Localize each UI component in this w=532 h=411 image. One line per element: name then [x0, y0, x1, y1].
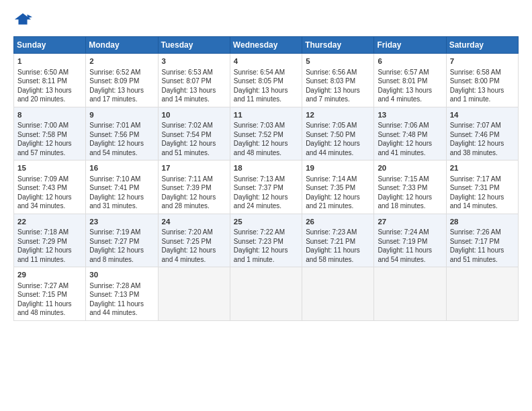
day-info-line: Sunset: 7:54 PM	[162, 130, 226, 140]
day-info-line: Sunrise: 6:54 AM	[234, 68, 298, 77]
day-number: 25	[234, 217, 298, 228]
day-info-line: Sunrise: 6:50 AM	[17, 68, 82, 77]
day-info-line: Sunrise: 7:07 AM	[450, 121, 515, 130]
day-info-line: Sunset: 8:05 PM	[234, 77, 298, 86]
day-info-line: and 44 minutes.	[306, 148, 370, 158]
calendar-cell: 13Sunrise: 7:06 AMSunset: 7:48 PMDayligh…	[374, 107, 446, 161]
calendar-cell: 18Sunrise: 7:13 AMSunset: 7:37 PMDayligh…	[230, 161, 302, 214]
day-info-line: and 54 minutes.	[378, 255, 442, 265]
day-number: 19	[306, 163, 370, 174]
calendar-cell	[374, 267, 446, 321]
day-info-line: and 11 minutes.	[17, 255, 82, 265]
weekday-header: Sunday	[14, 37, 86, 54]
day-info-line: Sunset: 7:56 PM	[89, 130, 154, 140]
day-info-line: Daylight: 12 hours	[17, 139, 82, 148]
day-info-line: and 14 minutes.	[162, 95, 226, 104]
day-info-line: and 20 minutes.	[17, 95, 82, 104]
day-info-line: Sunrise: 7:18 AM	[17, 228, 82, 237]
day-number: 27	[378, 217, 442, 228]
calendar-cell: 10Sunrise: 7:02 AMSunset: 7:54 PMDayligh…	[158, 107, 230, 161]
day-info-line: Daylight: 12 hours	[234, 139, 298, 148]
day-info-line: Sunrise: 7:26 AM	[450, 228, 515, 237]
day-number: 20	[378, 163, 442, 174]
calendar-cell: 9Sunrise: 7:01 AMSunset: 7:56 PMDaylight…	[86, 107, 158, 161]
calendar-cell: 6Sunrise: 6:57 AMSunset: 8:01 PMDaylight…	[374, 54, 446, 107]
weekday-header: Saturday	[446, 37, 518, 54]
day-info-line: Daylight: 12 hours	[234, 193, 298, 202]
day-info-line: Daylight: 12 hours	[89, 139, 154, 148]
day-info-line: Sunrise: 7:00 AM	[17, 121, 82, 130]
logo	[13, 11, 35, 30]
calendar-cell: 12Sunrise: 7:05 AMSunset: 7:50 PMDayligh…	[302, 107, 374, 161]
day-info-line: Sunset: 7:33 PM	[378, 183, 442, 193]
day-info-line: and 31 minutes.	[89, 201, 154, 211]
day-info-line: Daylight: 11 hours	[17, 300, 82, 309]
day-info-line: and 4 minutes.	[378, 95, 442, 104]
day-info-line: Sunset: 7:48 PM	[378, 130, 442, 140]
day-info-line: Sunrise: 7:02 AM	[162, 121, 226, 130]
day-info-line: Daylight: 13 hours	[162, 86, 226, 95]
day-info-line: and 1 minute.	[450, 95, 515, 104]
day-number: 11	[234, 110, 298, 121]
day-info-line: and 24 minutes.	[234, 201, 298, 211]
weekday-header: Tuesday	[158, 37, 230, 54]
day-info-line: and 38 minutes.	[450, 148, 515, 158]
day-info-line: Sunset: 7:43 PM	[17, 183, 82, 193]
day-info-line: and 34 minutes.	[17, 201, 82, 211]
day-info-line: Sunset: 7:37 PM	[234, 183, 298, 193]
calendar-cell: 4Sunrise: 6:54 AMSunset: 8:05 PMDaylight…	[230, 54, 302, 107]
calendar-week-row: 29Sunrise: 7:27 AMSunset: 7:15 PMDayligh…	[14, 267, 519, 321]
calendar-cell	[446, 267, 518, 321]
calendar-cell: 11Sunrise: 7:03 AMSunset: 7:52 PMDayligh…	[230, 107, 302, 161]
day-info-line: Sunset: 8:03 PM	[306, 77, 370, 86]
day-info-line: and 28 minutes.	[162, 201, 226, 211]
day-info-line: Sunrise: 6:52 AM	[89, 68, 154, 77]
day-number: 1	[17, 56, 82, 67]
weekday-header: Friday	[374, 37, 446, 54]
calendar-cell: 7Sunrise: 6:58 AMSunset: 8:00 PMDaylight…	[446, 54, 518, 107]
day-info-line: Daylight: 12 hours	[162, 193, 226, 202]
day-info-line: Sunset: 7:23 PM	[234, 237, 298, 246]
day-info-line: Daylight: 12 hours	[162, 246, 226, 255]
day-info-line: Sunset: 7:21 PM	[306, 237, 370, 246]
day-number: 18	[234, 163, 298, 174]
svg-marker-1	[28, 15, 32, 19]
day-info-line: Sunset: 7:27 PM	[89, 237, 154, 246]
svg-marker-0	[15, 13, 31, 25]
day-info-line: Sunrise: 7:11 AM	[162, 175, 226, 184]
day-number: 29	[17, 270, 82, 281]
day-info-line: Sunset: 8:07 PM	[162, 77, 226, 86]
day-info-line: Daylight: 11 hours	[378, 246, 442, 255]
calendar-cell	[230, 267, 302, 321]
calendar-cell: 24Sunrise: 7:20 AMSunset: 7:25 PMDayligh…	[158, 214, 230, 267]
day-info-line: Sunrise: 7:09 AM	[17, 175, 82, 184]
day-info-line: Daylight: 13 hours	[17, 86, 82, 95]
day-info-line: Sunset: 7:58 PM	[17, 130, 82, 140]
day-info-line: Sunset: 7:46 PM	[450, 130, 515, 140]
day-number: 4	[234, 56, 298, 67]
day-info-line: Sunset: 8:11 PM	[17, 77, 82, 86]
calendar-cell: 3Sunrise: 6:53 AMSunset: 8:07 PMDaylight…	[158, 54, 230, 107]
calendar-cell: 27Sunrise: 7:24 AMSunset: 7:19 PMDayligh…	[374, 214, 446, 267]
day-info-line: and 48 minutes.	[234, 148, 298, 158]
header	[13, 11, 519, 30]
day-info-line: and 44 minutes.	[89, 308, 154, 318]
day-info-line: Sunrise: 7:27 AM	[17, 281, 82, 291]
day-info-line: Sunrise: 7:23 AM	[306, 228, 370, 237]
weekday-header: Monday	[86, 37, 158, 54]
day-number: 9	[89, 110, 154, 121]
weekday-header: Thursday	[302, 37, 374, 54]
calendar-cell: 26Sunrise: 7:23 AMSunset: 7:21 PMDayligh…	[302, 214, 374, 267]
day-info-line: and 51 minutes.	[450, 255, 515, 265]
day-info-line: Daylight: 13 hours	[89, 86, 154, 95]
day-info-line: Sunrise: 7:14 AM	[306, 175, 370, 184]
day-info-line: and 7 minutes.	[306, 95, 370, 104]
day-number: 30	[89, 270, 154, 281]
day-info-line: Daylight: 12 hours	[17, 246, 82, 255]
page: SundayMondayTuesdayWednesdayThursdayFrid…	[0, 0, 532, 411]
day-info-line: Sunrise: 7:15 AM	[378, 175, 442, 184]
day-info-line: Sunset: 7:50 PM	[306, 130, 370, 140]
day-info-line: Daylight: 12 hours	[162, 139, 226, 148]
day-number: 15	[17, 163, 82, 174]
day-number: 7	[450, 56, 515, 67]
